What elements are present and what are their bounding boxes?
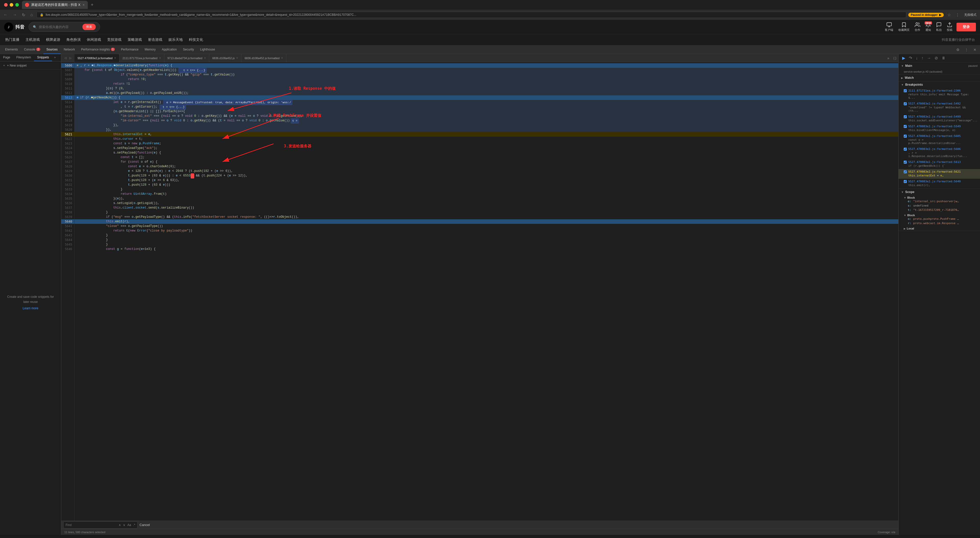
sidebar-more-btn[interactable]: » xyxy=(52,54,58,61)
bp-7-file[interactable]: 5527.470083e2.js:formatted:5613 xyxy=(908,160,961,164)
bp-1-file[interactable]: 2111.871731ea.js:formatted:2306 xyxy=(908,89,961,92)
bp-5-checkbox[interactable] xyxy=(904,135,907,138)
file-tab-2-close[interactable]: ✕ xyxy=(159,57,161,59)
bp-8-checkbox[interactable] xyxy=(904,170,907,173)
tab-elements[interactable]: Elements xyxy=(2,45,21,54)
watch-header[interactable]: ▶ Watch xyxy=(899,75,980,81)
find-cancel-btn[interactable]: Cancel xyxy=(140,523,150,527)
nav-item-hot[interactable]: 热门直播 xyxy=(5,37,19,43)
sidebar-tab-snippets[interactable]: Snippets xyxy=(34,54,52,61)
deactivate-bp-btn[interactable]: ⊘ xyxy=(933,55,939,61)
nav-item-shooting[interactable]: 射击游戏 xyxy=(148,37,162,43)
file-tab-1-close[interactable]: ✕ xyxy=(114,57,116,59)
home-btn[interactable]: ⌂ xyxy=(29,11,35,18)
code-content[interactable]: ■, r = ■i.Response.■deserializeBinary(fu… xyxy=(75,62,898,521)
active-tab[interactable]: 屏超说艺考的抖音直播间 - 抖音 X ✕ xyxy=(22,1,88,9)
bp-4-checkbox[interactable] xyxy=(904,125,907,128)
settings-icon-btn[interactable]: ⚙ xyxy=(955,47,961,52)
bp-8-file[interactable]: 5527.470083e2.js:formatted:5621 xyxy=(908,170,961,173)
file-tab-3-close[interactable]: ✕ xyxy=(204,57,206,59)
tab-network[interactable]: Network xyxy=(61,45,78,54)
nav-item-console[interactable]: 主机游戏 xyxy=(25,37,40,43)
find-next-btn[interactable]: ∨ xyxy=(123,523,125,527)
refresh-btn[interactable]: ↻ xyxy=(21,11,27,18)
bp-9-checkbox[interactable] xyxy=(904,180,907,183)
new-tab-btn[interactable]: + xyxy=(89,2,96,8)
tab-application[interactable]: Application xyxy=(159,45,180,54)
nav-item-casual[interactable]: 休闲游戏 xyxy=(87,37,101,43)
find-input-wrapper[interactable]: ∧ ∨ Aa .* xyxy=(63,521,138,528)
maximize-window-btn[interactable] xyxy=(15,3,19,6)
close-window-btn[interactable] xyxy=(4,3,8,6)
partner-icon-btn[interactable]: 合作 xyxy=(915,22,920,32)
message-icon-btn[interactable]: 私信 xyxy=(936,22,942,32)
pause-on-exception-btn[interactable]: ⏸ xyxy=(940,55,947,61)
bp-7-checkbox[interactable] xyxy=(904,160,907,164)
file-tab-4-close[interactable]: ✕ xyxy=(236,57,238,59)
bp-2-checkbox[interactable] xyxy=(904,102,907,105)
tab-lighthouse[interactable]: Lighthouse xyxy=(197,45,218,54)
scope-header[interactable]: ▼ Scope xyxy=(899,189,980,195)
find-match-case-btn[interactable]: Aa xyxy=(127,523,131,527)
bp-6-file[interactable]: 5527.470083e2.js:formatted:5606 xyxy=(908,148,961,151)
login-button[interactable]: 登录 xyxy=(956,23,976,31)
bp-6-checkbox[interactable] xyxy=(904,148,907,151)
nav-platform-link[interactable]: 抖音直播行业自律平台 xyxy=(942,38,975,42)
upload-icon-btn[interactable]: 投稿 xyxy=(947,22,953,32)
bp-3-checkbox[interactable] xyxy=(904,115,907,118)
bp-3-file[interactable]: 5527.470083e2.js:formatted:5499 xyxy=(908,115,961,118)
client-icon-btn[interactable]: 客户端 xyxy=(885,22,893,32)
minimize-window-btn[interactable] xyxy=(10,3,13,6)
step-into-btn[interactable]: ↓ xyxy=(914,55,919,61)
bp-2-file[interactable]: 5527.470083e2.js:formatted:5492 xyxy=(908,102,961,105)
nav-item-tech[interactable]: 科技文化 xyxy=(189,37,203,43)
file-tab-1[interactable]: 5527.470083e2.js:formatted ✕ xyxy=(75,54,119,62)
nav-item-chess[interactable]: 棋牌桌游 xyxy=(46,37,60,43)
step-out-btn[interactable]: ↑ xyxy=(920,55,925,61)
scope-local-header[interactable]: ▶ Local xyxy=(904,227,977,230)
step-btn[interactable]: → xyxy=(925,55,932,61)
bp-1-checkbox[interactable] xyxy=(904,89,907,92)
nav-item-strategy[interactable]: 策略游戏 xyxy=(127,37,142,43)
tab-security[interactable]: Security xyxy=(180,45,197,54)
add-snippet-label[interactable]: + New snippet xyxy=(7,64,27,67)
tab-performance[interactable]: Performance xyxy=(118,45,142,54)
file-tab-2[interactable]: 2111.871731ea.js:formatted ✕ xyxy=(119,54,164,62)
sidebar-tab-filesystem[interactable]: Filesystem xyxy=(13,54,34,61)
more-file-tabs-btn[interactable]: » xyxy=(885,56,891,60)
url-bar[interactable]: 🔒 live.douyin.com/369223145055?cover_typ… xyxy=(37,12,906,18)
file-tab-5-close[interactable]: ✕ xyxy=(281,57,283,59)
add-snippet-action[interactable]: + + New snippet xyxy=(0,62,61,70)
bookmarks-btn[interactable]: ☆ xyxy=(946,11,953,18)
forward-btn[interactable]: → xyxy=(11,11,18,18)
format-btn[interactable]: { } xyxy=(891,56,898,60)
nav-item-role[interactable]: 角色扮演 xyxy=(66,37,81,43)
file-tab-4[interactable]: 6836.d108a452.js ✕ xyxy=(209,54,242,62)
no-distraction-btn[interactable]: 无痕模式 xyxy=(963,12,978,18)
sidebar-tab-page[interactable]: Page xyxy=(0,54,13,61)
tab-console[interactable]: Console2 xyxy=(21,45,43,54)
scope-block-1-header[interactable]: ▼ Block xyxy=(904,196,977,199)
file-forward-btn[interactable]: ▷ xyxy=(68,56,73,60)
file-tab-5[interactable]: 6836.d108a452.js:formatted ✕ xyxy=(242,54,286,62)
settings-btn[interactable]: ⋮ xyxy=(954,11,961,18)
search-input[interactable] xyxy=(39,25,80,29)
search-button[interactable]: 搜索 xyxy=(83,24,96,30)
file-back-btn[interactable]: ◁ xyxy=(63,56,68,60)
back-btn[interactable]: ← xyxy=(2,11,9,18)
nav-item-entertainment[interactable]: 娱乐天地 xyxy=(169,37,183,43)
learn-more-link[interactable]: Learn more xyxy=(23,306,38,310)
search-bar[interactable]: 🔍 搜索 xyxy=(29,22,100,32)
bookmark-icon-btn[interactable]: 收藏网页 xyxy=(898,22,910,32)
notification-icon-btn[interactable]: NEW 通知 xyxy=(925,22,931,32)
bp-9-file[interactable]: 5527.470083e2.js:formatted:5640 xyxy=(908,180,961,183)
step-over-btn[interactable]: ↷ xyxy=(907,55,914,61)
tab-memory[interactable]: Memory xyxy=(142,45,159,54)
scope-block-2-header[interactable]: ▼ Block xyxy=(904,214,977,217)
more-icon-btn[interactable]: ⋮ xyxy=(963,47,970,52)
file-tab-3[interactable]: 9713.dbebd734.js:formatted ✕ xyxy=(164,54,209,62)
nav-item-esports[interactable]: 竞技游戏 xyxy=(107,37,121,43)
bp-4-file[interactable]: 5527.470083e2.js:formatted:5549 xyxy=(908,125,961,128)
find-regex-btn[interactable]: .* xyxy=(133,523,135,527)
breakpoints-header[interactable]: ▼ Breakpoints xyxy=(899,81,980,88)
